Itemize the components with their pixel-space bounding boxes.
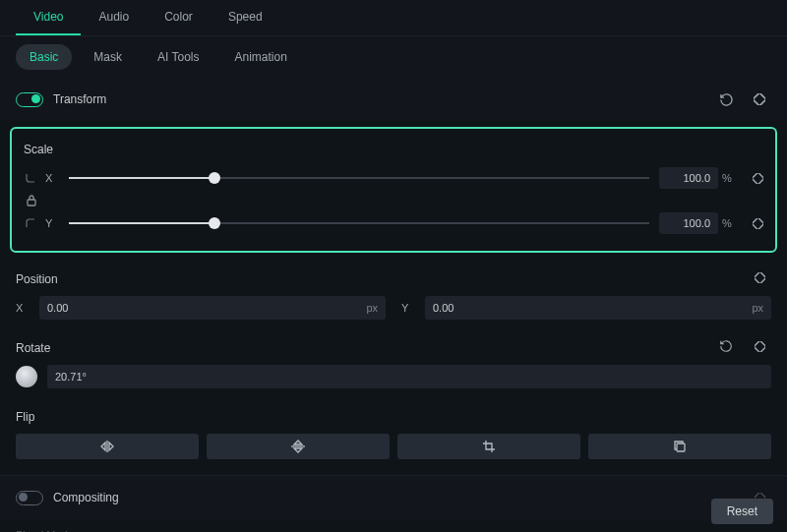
svg-rect-4 — [755, 272, 765, 283]
rotate-keyframe-icon[interactable] — [748, 334, 771, 358]
position-label: Position — [16, 263, 58, 292]
rotate-reset-icon[interactable] — [714, 334, 738, 358]
subtab-basic[interactable]: Basic — [16, 44, 72, 70]
scale-y-keyframe-icon[interactable] — [746, 211, 769, 235]
svg-rect-2 — [28, 200, 35, 206]
tab-video[interactable]: Video — [16, 0, 81, 35]
main-tabs: Video Audio Color Speed — [0, 0, 787, 36]
reset-button[interactable]: Reset — [711, 499, 773, 524]
sub-tabs: Basic Mask AI Tools Animation — [0, 36, 787, 78]
subtab-aitools[interactable]: AI Tools — [144, 44, 212, 70]
tab-audio[interactable]: Audio — [81, 0, 147, 35]
scale-x-input[interactable] — [659, 167, 718, 189]
position-y-label: Y — [401, 302, 415, 314]
crop-button[interactable] — [397, 434, 580, 459]
flip-vertical-button[interactable] — [207, 434, 390, 459]
scale-x-slider[interactable] — [69, 171, 649, 185]
link-top-bracket — [18, 173, 45, 183]
svg-rect-3 — [753, 218, 763, 229]
svg-rect-5 — [755, 341, 765, 352]
tab-speed[interactable]: Speed — [211, 0, 280, 35]
scale-highlight: Scale X % Y % — [10, 127, 777, 253]
subtab-mask[interactable]: Mask — [80, 44, 136, 70]
link-bottom-bracket — [18, 218, 45, 228]
svg-rect-6 — [677, 443, 685, 451]
scale-y-input[interactable] — [659, 212, 718, 234]
svg-rect-0 — [754, 93, 765, 105]
position-x-input[interactable]: 0.00px — [39, 296, 386, 320]
scale-label: Scale — [18, 139, 769, 162]
compositing-label: Compositing — [53, 491, 119, 504]
rotate-knob[interactable] — [16, 366, 37, 387]
transform-header: Transform — [0, 78, 787, 121]
scale-y-unit: % — [718, 217, 736, 229]
tab-color[interactable]: Color — [147, 0, 211, 35]
compositing-toggle[interactable] — [16, 491, 43, 505]
position-y-input[interactable]: 0.00px — [425, 296, 771, 320]
svg-rect-1 — [753, 173, 763, 184]
scale-y-label: Y — [45, 217, 59, 229]
scale-y-slider[interactable] — [69, 216, 649, 230]
rotate-input[interactable]: 20.71° — [47, 365, 771, 388]
rotate-label: Rotate — [16, 331, 50, 361]
compositing-header: Compositing — [0, 475, 787, 519]
blend-mode-label: Blend Mode — [16, 523, 771, 532]
link-lock-icon[interactable] — [18, 194, 45, 207]
reset-icon[interactable] — [714, 88, 738, 111]
keyframe-icon[interactable] — [748, 88, 771, 111]
position-x-label: X — [16, 302, 30, 314]
flip-horizontal-button[interactable] — [16, 434, 199, 459]
subtab-animation[interactable]: Animation — [220, 44, 300, 70]
copy-button[interactable] — [588, 434, 771, 459]
transform-toggle[interactable] — [16, 92, 43, 107]
scale-x-unit: % — [718, 172, 736, 184]
scale-x-keyframe-icon[interactable] — [746, 166, 769, 190]
transform-label: Transform — [53, 92, 106, 106]
scale-x-label: X — [45, 172, 59, 184]
flip-label: Flip — [16, 400, 771, 430]
position-keyframe-icon[interactable] — [748, 266, 771, 289]
